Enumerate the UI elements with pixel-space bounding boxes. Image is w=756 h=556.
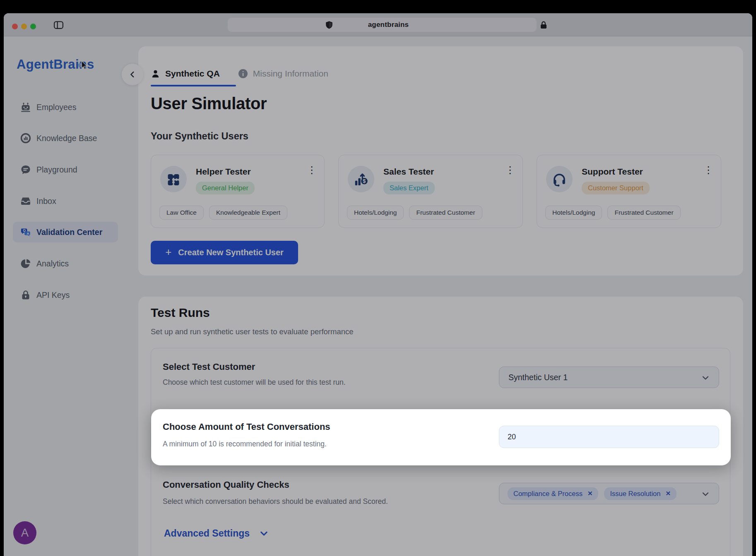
conversation-amount-row: Choose Amount of Test Conversations A mi…: [151, 409, 731, 465]
dim-overlay: [4, 13, 752, 556]
browser-window: agentbrains AgentBrains: [4, 13, 752, 556]
amount-description: A minimum of 10 is recommended for initi…: [163, 440, 327, 448]
amount-label: Choose Amount of Test Conversations: [163, 422, 330, 432]
test-conversations-input[interactable]: [499, 426, 719, 448]
